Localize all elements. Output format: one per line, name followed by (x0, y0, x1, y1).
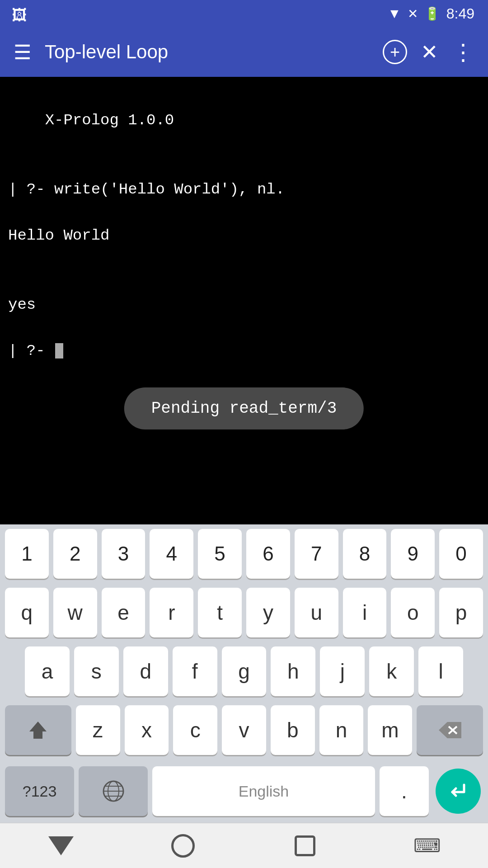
status-bar: 🖼 ▼ ✕ 🔋 8:49 (0, 0, 488, 27)
action-icons: + ✕ ⋮ (383, 40, 474, 64)
add-button[interactable]: + (383, 40, 407, 64)
time-display: 8:49 (446, 5, 474, 22)
key-d[interactable]: d (123, 646, 168, 696)
keyboard: 1 2 3 4 5 6 7 8 9 0 q w e r t y u i o p … (0, 524, 488, 868)
toast-message: Pending read_term/3 (124, 387, 364, 429)
key-f[interactable]: f (173, 646, 217, 696)
home-icon (171, 834, 195, 858)
key-6[interactable]: 6 (246, 529, 290, 579)
key-t[interactable]: t (198, 588, 242, 637)
key-z[interactable]: z (76, 705, 120, 755)
back-button[interactable] (43, 828, 79, 864)
home-button[interactable] (165, 828, 201, 864)
key-e[interactable]: e (102, 588, 145, 637)
keyboard-button[interactable]: ⌨ (409, 828, 445, 864)
key-m[interactable]: m (368, 705, 412, 755)
key-n[interactable]: n (319, 705, 364, 755)
key-2[interactable]: 2 (53, 529, 97, 579)
key-k[interactable]: k (369, 646, 414, 696)
key-g[interactable]: g (222, 646, 267, 696)
key-7[interactable]: 7 (295, 529, 338, 579)
key-9[interactable]: 9 (391, 529, 435, 579)
key-1[interactable]: 1 (5, 529, 49, 579)
key-a[interactable]: a (25, 646, 70, 696)
nav-bar: ⌨ (0, 823, 488, 868)
key-v[interactable]: v (222, 705, 266, 755)
key-p[interactable]: p (439, 588, 483, 637)
backspace-key[interactable] (417, 705, 483, 755)
key-q[interactable]: q (5, 588, 49, 637)
app-bar: ☰ Top-level Loop + ✕ ⋮ (0, 27, 488, 77)
cursor (55, 343, 63, 359)
key-5[interactable]: 5 (198, 529, 242, 579)
key-c[interactable]: c (173, 705, 217, 755)
key-u[interactable]: u (295, 588, 338, 637)
recents-button[interactable] (287, 828, 323, 864)
key-b[interactable]: b (271, 705, 315, 755)
terminal-area[interactable]: X-Prolog 1.0.0 | ?- write('Hello World')… (0, 77, 488, 448)
plus-icon: + (390, 42, 400, 62)
key-y[interactable]: y (246, 588, 290, 637)
keyboard-row-qwerty: q w e r t y u i o p (0, 583, 488, 642)
terminal-output: X-Prolog 1.0.0 | ?- write('Hello World')… (8, 86, 480, 386)
shift-key[interactable] (5, 705, 71, 755)
spacebar-label: English (239, 783, 289, 800)
battery-icon: 🔋 (424, 6, 440, 21)
keyboard-row-zxcv: z x c v b n m (0, 701, 488, 760)
enter-key[interactable] (436, 769, 481, 814)
key-w[interactable]: w (53, 588, 97, 637)
key-4[interactable]: 4 (150, 529, 193, 579)
key-0[interactable]: 0 (439, 529, 483, 579)
key-8[interactable]: 8 (343, 529, 387, 579)
key-s[interactable]: s (74, 646, 119, 696)
close-button[interactable]: ✕ (421, 40, 438, 64)
status-icons: ▼ ✕ 🔋 8:49 (388, 5, 474, 22)
keyboard-row-numbers: 1 2 3 4 5 6 7 8 9 0 (0, 524, 488, 583)
keyboard-row-asdf: a s d f g h j k l (0, 642, 488, 701)
num123-key[interactable]: ?123 (5, 766, 74, 816)
keyboard-icon: ⌨ (413, 835, 441, 857)
key-r[interactable]: r (150, 588, 193, 637)
menu-icon[interactable]: ☰ (14, 41, 31, 64)
svg-marker-0 (29, 722, 47, 739)
spacebar-key[interactable]: English (152, 766, 375, 816)
svg-rect-1 (35, 737, 41, 739)
keyboard-row-bottom: ?123 English . (0, 760, 488, 823)
back-icon (48, 836, 74, 855)
recents-icon (295, 835, 315, 856)
image-icon: 🖼 (12, 6, 27, 24)
key-x[interactable]: x (125, 705, 169, 755)
key-j[interactable]: j (320, 646, 365, 696)
key-l[interactable]: l (418, 646, 463, 696)
key-o[interactable]: o (391, 588, 435, 637)
key-h[interactable]: h (271, 646, 315, 696)
globe-key[interactable] (79, 766, 148, 816)
app-title: Top-level Loop (45, 41, 369, 63)
period-key[interactable]: . (380, 766, 429, 816)
overflow-menu-button[interactable]: ⋮ (452, 41, 474, 63)
signal-icon: ✕ (408, 6, 418, 21)
key-i[interactable]: i (343, 588, 387, 637)
key-3[interactable]: 3 (102, 529, 145, 579)
wifi-icon: ▼ (388, 6, 401, 21)
